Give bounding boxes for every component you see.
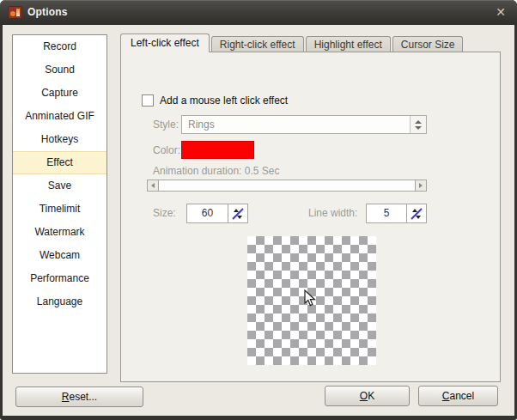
style-label: Style:	[153, 119, 179, 131]
scrollbar-right-arrow-icon[interactable]	[415, 180, 426, 191]
color-swatch[interactable]	[181, 141, 254, 159]
tab-page-left-click-effect: Add a mouse left click effect Style: Rin…	[120, 52, 501, 382]
color-label: Color:	[153, 144, 180, 156]
client-area: Record Sound Capture Anminated GIF Hotke…	[3, 25, 514, 416]
sidebar-item-save[interactable]: Save	[13, 174, 106, 198]
tab-highlight-effect[interactable]: Highlight effect	[306, 36, 391, 52]
tab-strip: Left-click effect Right-click effect Hig…	[120, 33, 465, 52]
animation-duration-scrollbar[interactable]	[147, 180, 427, 192]
line-width-spinner-icon[interactable]	[406, 204, 427, 223]
close-icon[interactable]: ✕	[496, 0, 506, 24]
reset-button[interactable]: Reset...	[15, 387, 143, 407]
sidebar-item-performance[interactable]: Performance	[13, 267, 106, 290]
line-width-label: Line width:	[308, 207, 357, 219]
size-spinner-icon[interactable]	[228, 204, 248, 223]
line-width-input[interactable]: 5	[366, 204, 407, 223]
add-left-click-effect-checkbox[interactable]	[142, 94, 154, 107]
sidebar-item-webcam[interactable]: Webcam	[13, 244, 106, 267]
sidebar-item-sound[interactable]: Sound	[13, 58, 106, 82]
size-label: Size:	[153, 207, 176, 219]
options-window: Options ✕ Record Sound Capture Anminated…	[0, 0, 517, 420]
sidebar-item-hotkeys[interactable]: Hotkeys	[13, 128, 106, 151]
scrollbar-left-arrow-icon[interactable]	[148, 180, 159, 191]
style-combobox[interactable]: Rings	[181, 115, 427, 134]
sidebar: Record Sound Capture Anminated GIF Hotke…	[12, 34, 107, 374]
sidebar-item-watermark[interactable]: Watermark	[13, 221, 106, 244]
combobox-spinner-icon[interactable]	[410, 116, 426, 133]
cursor-icon	[304, 289, 317, 307]
effect-preview-checkerboard	[247, 236, 376, 365]
app-icon	[8, 6, 22, 19]
titlebar[interactable]: Options ✕	[0, 0, 517, 25]
tab-left-click-effect[interactable]: Left-click effect	[120, 33, 210, 52]
animation-duration-label: Animation duration: 0.5 Sec	[153, 165, 279, 177]
sidebar-item-timelimit[interactable]: Timelimit	[13, 198, 106, 221]
sidebar-item-record[interactable]: Record	[13, 35, 106, 58]
tab-right-click-effect[interactable]: Right-click effect	[211, 36, 304, 52]
cancel-button[interactable]: Cancel	[418, 386, 498, 406]
size-input[interactable]: 60	[186, 204, 228, 223]
sidebar-item-anminated-gif[interactable]: Anminated GIF	[13, 105, 106, 128]
style-value: Rings	[188, 116, 215, 133]
window-title: Options	[27, 0, 68, 25]
add-left-click-effect-label[interactable]: Add a mouse left click effect	[160, 94, 288, 107]
tab-cursor-size[interactable]: Cursor Size	[392, 36, 464, 52]
ok-button[interactable]: OK	[325, 386, 410, 406]
sidebar-item-effect[interactable]: Effect	[13, 151, 106, 174]
sidebar-item-capture[interactable]: Capture	[13, 82, 106, 105]
sidebar-item-language[interactable]: Language	[13, 290, 106, 313]
